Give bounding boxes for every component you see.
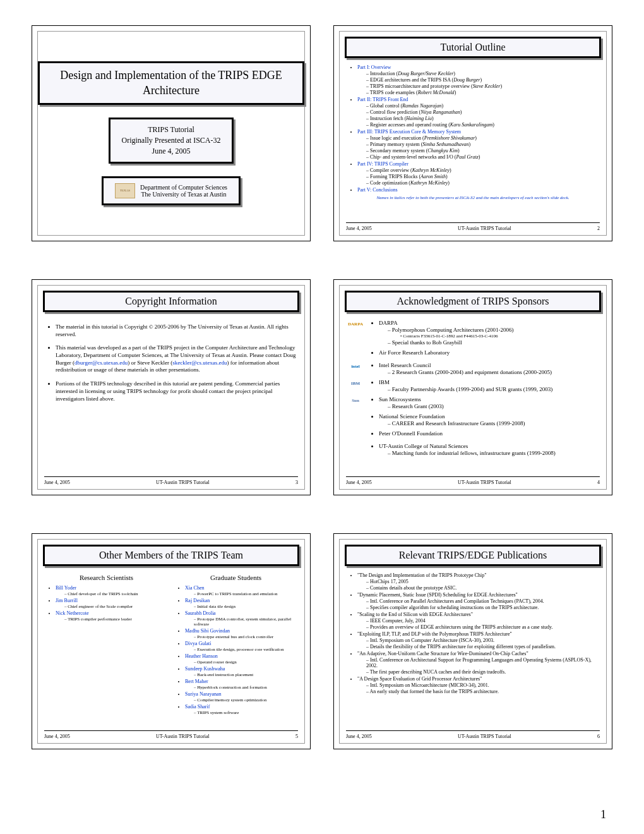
- sponsor-name: DARPAPolymorphous Computing Architecture…: [379, 320, 600, 346]
- person-item: Xia ChenPowerPC to TRIPS translation and…: [185, 585, 298, 596]
- italics-note: Names in italics refer to both the prese…: [346, 195, 600, 200]
- sponsor-name: Intel Research Council2 Research Grants …: [379, 362, 600, 375]
- sponsor-logo-icon: Sun: [346, 395, 365, 406]
- publication-item: "A Design Space Evaluation of Grid Proce…: [357, 676, 600, 694]
- slide-title: Copyright Information: [43, 291, 299, 312]
- sponsor-row: SunSun MicrosystemsResearch Grant (2003): [346, 395, 600, 411]
- slide-body: DARPADARPAPolymorphous Computing Archite…: [340, 315, 606, 475]
- slide-5: Other Members of the TRIPS Team Research…: [32, 533, 311, 749]
- person-item: Madhu Sibi GovindanPrototype external bu…: [185, 628, 298, 639]
- person-item: Divya GulatiExecution tile design, proce…: [185, 641, 298, 652]
- slide-subtitle: TRIPS Tutorial Originally Presented at I…: [109, 118, 234, 163]
- sponsor-name: IBMFaculty Partnership Awards (1999-2004…: [379, 379, 600, 392]
- publication-item: "An Adaptive, Non-Uniform Cache Structur…: [357, 651, 600, 675]
- sponsor-logo-icon: [346, 412, 365, 423]
- slide-row: Copyright Information The material in th…: [32, 279, 612, 495]
- slide-footer: June 4, 2005UT-Austin TRIPS Tutorial4: [340, 478, 606, 489]
- slide-title: Acknowledgment of TRIPS Sponsors: [345, 291, 601, 312]
- slide-title: Tutorial Outline: [345, 37, 601, 58]
- person-item: Bill YoderChief developer of the TRIPS t…: [56, 585, 169, 596]
- sponsor-row: Air Force Research Laboratory: [346, 348, 600, 360]
- publication-item: "The Design and Implementation of the TR…: [357, 572, 600, 591]
- slide-footer: June 4, 2005UT-Austin TRIPS Tutorial6: [340, 732, 606, 743]
- slide-row: Design and Implementation of the TRIPS E…: [32, 25, 612, 241]
- publication-item: "Scaling to the End of Silicon with EDGE…: [357, 612, 600, 630]
- person-item: Sadia SharifTRIPS system software: [185, 704, 298, 715]
- sponsor-name: Sun MicrosystemsResearch Grant (2003): [379, 396, 600, 409]
- person-item: Suriya NarayananCompiler/memory system o…: [185, 691, 298, 703]
- sponsor-logo-icon: IBM: [346, 378, 365, 389]
- person-item: Jim BurrillChief engineer of the Scale c…: [56, 598, 169, 609]
- sponsor-name: UT-Austin College of Natural SciencesMat…: [379, 443, 600, 456]
- slide-body: The material in this tutorial is Copyrig…: [38, 315, 304, 475]
- ut-seal-icon: TEXAS: [115, 183, 135, 198]
- person-item: Heather HansonOperand router design: [185, 653, 298, 665]
- publication-item: "Exploiting ILP, TLP, and DLP with the P…: [357, 631, 600, 650]
- handout-page: Design and Implementation of the TRIPS E…: [0, 0, 644, 834]
- sponsor-row: Peter O'Donnell Foundation: [346, 429, 600, 440]
- slide-4: Acknowledgment of TRIPS Sponsors DARPADA…: [333, 279, 612, 495]
- slide-2: Tutorial Outline Part I: Overview Introd…: [333, 25, 612, 241]
- slide-row: Other Members of the TRIPS Team Research…: [32, 533, 612, 749]
- slide-6: Relevant TRIPS/EDGE Publications "The De…: [333, 533, 612, 749]
- sponsor-logo-icon: [346, 429, 365, 440]
- slide-title: Design and Implementation of the TRIPS E…: [38, 61, 304, 105]
- slide-3: Copyright Information The material in th…: [32, 279, 311, 495]
- slide-footer: June 4, 2005UT-Austin TRIPS Tutorial5: [38, 732, 304, 743]
- page-number: 1: [600, 808, 606, 821]
- sponsor-logo-icon: [346, 348, 365, 360]
- publication-item: "Dynamic Placement, Static Issue (SPDI) …: [357, 592, 600, 610]
- sponsor-logo-icon: intel: [346, 361, 365, 372]
- department-block: TEXAS Department of Computer Sciences Th…: [102, 176, 241, 205]
- slide-footer: June 4, 2005UT-Austin TRIPS Tutorial2: [340, 224, 606, 235]
- sponsor-name: Air Force Research Laboratory: [379, 349, 600, 356]
- sponsor-logo-icon: DARPA: [346, 318, 365, 330]
- column-heading: Graduate Students: [174, 574, 298, 581]
- person-item: Raj DesikanInitial data tile design: [185, 598, 298, 609]
- sponsor-row: UT-Austin College of Natural SciencesMat…: [346, 442, 600, 457]
- sponsor-row: National Science FoundationCAREER and Re…: [346, 412, 600, 428]
- person-item: Nick NethercoteTRIPS compiler performanc…: [56, 610, 169, 622]
- slide-body: Research Scientists Bill YoderChief deve…: [38, 569, 304, 729]
- slide-title: Other Members of the TRIPS Team: [43, 545, 299, 566]
- person-item: Saurabh DroliaPrototype DMA controller, …: [185, 610, 298, 627]
- sponsor-name: Peter O'Donnell Foundation: [379, 430, 600, 437]
- slide-title: Relevant TRIPS/EDGE Publications: [345, 545, 601, 566]
- column-heading: Research Scientists: [44, 574, 169, 581]
- slide-1: Design and Implementation of the TRIPS E…: [32, 25, 311, 241]
- sponsor-name: National Science FoundationCAREER and Re…: [379, 413, 600, 426]
- person-item: Sundeep KushwahaBack-end instruction pla…: [185, 666, 298, 677]
- sponsor-row: IBMIBMFaculty Partnership Awards (1999-2…: [346, 378, 600, 394]
- sponsor-logo-icon: [346, 442, 365, 453]
- slide-body: Part I: Overview Introduction (Doug Burg…: [340, 61, 606, 221]
- slide-body: "The Design and Implementation of the TR…: [340, 569, 606, 729]
- person-item: Bert MaherHyperblock construction and fo…: [185, 679, 298, 690]
- sponsor-row: DARPADARPAPolymorphous Computing Archite…: [346, 318, 600, 347]
- sponsor-row: intelIntel Research Council2 Research Gr…: [346, 361, 600, 377]
- slide-footer: June 4, 2005UT-Austin TRIPS Tutorial3: [38, 478, 304, 489]
